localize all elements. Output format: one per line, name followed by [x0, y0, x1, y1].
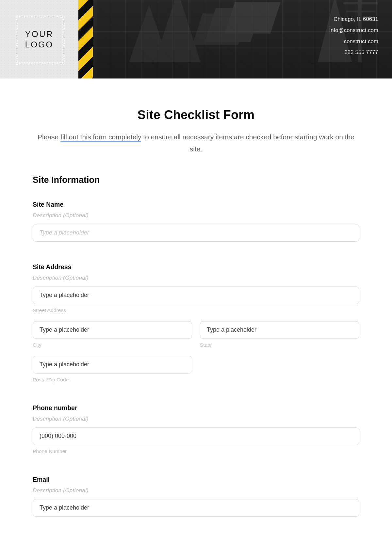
page: YOUR LOGO Chicago, IL 6 — [0, 0, 392, 530]
sublabel-street: Street Address — [33, 307, 359, 313]
sublabel-phone: Phone Number — [33, 448, 359, 454]
svg-rect-8 — [346, 11, 375, 12]
field-email: Email Description (Optional) — [33, 476, 359, 517]
sublabel-state: State — [200, 342, 359, 348]
desc-site-address: Description (Optional) — [33, 275, 359, 281]
svg-rect-7 — [343, 2, 378, 4]
site-name-input[interactable] — [33, 224, 359, 242]
lead-suffix: to ensure all necessary items are checke… — [141, 133, 354, 153]
label-site-name: Site Name — [33, 201, 359, 208]
hazard-stripe — [78, 0, 93, 78]
sublabel-city: City — [33, 342, 192, 348]
label-site-address: Site Address — [33, 263, 359, 271]
contact-email: info@construct.com — [329, 25, 378, 36]
contact-website: construct.com — [329, 36, 378, 47]
contact-block: Chicago, IL 60631 info@construct.com con… — [329, 14, 378, 58]
logo-placeholder: YOUR LOGO — [16, 16, 63, 63]
state-input[interactable] — [200, 321, 359, 339]
banner: YOUR LOGO Chicago, IL 6 — [0, 0, 392, 78]
field-phone: Phone number Description (Optional) Phon… — [33, 404, 359, 454]
hero-image: Chicago, IL 60631 info@construct.com con… — [78, 0, 392, 78]
field-site-name: Site Name Description (Optional) — [33, 201, 359, 242]
svg-rect-4 — [225, 2, 281, 33]
field-site-address: Site Address Description (Optional) Stre… — [33, 263, 359, 383]
svg-marker-1 — [155, 0, 201, 62]
logo-text: YOUR LOGO — [16, 29, 63, 50]
contact-phone: 222 555 7777 — [329, 47, 378, 58]
desc-email: Description (Optional) — [33, 487, 359, 494]
street-address-input[interactable] — [33, 287, 359, 304]
contact-address: Chicago, IL 60631 — [329, 14, 378, 25]
logo-pane: YOUR LOGO — [0, 0, 78, 78]
desc-phone: Description (Optional) — [33, 416, 359, 422]
phone-input[interactable] — [33, 427, 359, 445]
zip-input[interactable] — [33, 356, 192, 374]
email-input[interactable] — [33, 499, 359, 517]
lead-underlined: fill out this form completely — [60, 133, 141, 142]
page-title: Site Checklist Form — [33, 108, 359, 122]
label-phone: Phone number — [33, 404, 359, 412]
city-input[interactable] — [33, 321, 192, 339]
lead-paragraph: Please fill out this form completely to … — [33, 131, 359, 155]
lead-prefix: Please — [38, 133, 60, 141]
sublabel-zip: Postal/Zip Code — [33, 377, 192, 383]
form-body: Site Checklist Form Please fill out this… — [0, 78, 392, 530]
label-email: Email — [33, 476, 359, 483]
section-heading-site-info: Site Information — [33, 175, 359, 185]
desc-site-name: Description (Optional) — [33, 212, 359, 219]
